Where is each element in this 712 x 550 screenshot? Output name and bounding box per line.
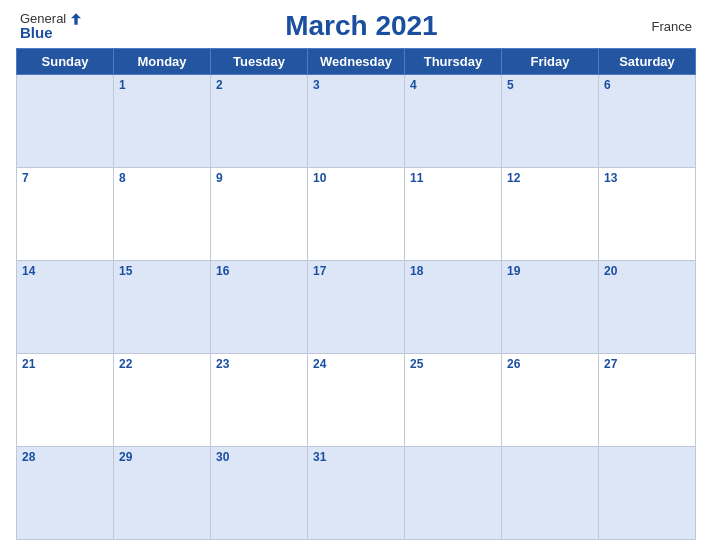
calendar-day: 25 [405, 354, 502, 447]
calendar-day: 30 [211, 447, 308, 540]
weekday-header-saturday: Saturday [599, 49, 696, 75]
calendar-day: 6 [599, 75, 696, 168]
calendar-table: SundayMondayTuesdayWednesdayThursdayFrid… [16, 48, 696, 540]
calendar-day: 31 [308, 447, 405, 540]
calendar-day-empty [17, 75, 114, 168]
calendar-day: 27 [599, 354, 696, 447]
calendar-day: 14 [17, 261, 114, 354]
calendar-week-row: 78910111213 [17, 168, 696, 261]
calendar-week-row: 21222324252627 [17, 354, 696, 447]
calendar-header: General Blue March 2021 France [16, 10, 696, 42]
calendar-day: 28 [17, 447, 114, 540]
calendar-day-empty [599, 447, 696, 540]
calendar-day: 23 [211, 354, 308, 447]
calendar-week-row: 28293031 [17, 447, 696, 540]
calendar-day: 5 [502, 75, 599, 168]
weekday-header-wednesday: Wednesday [308, 49, 405, 75]
calendar-day: 10 [308, 168, 405, 261]
calendar-day: 17 [308, 261, 405, 354]
calendar-day: 24 [308, 354, 405, 447]
calendar-day: 4 [405, 75, 502, 168]
calendar-day: 21 [17, 354, 114, 447]
calendar-day: 20 [599, 261, 696, 354]
calendar-week-row: 123456 [17, 75, 696, 168]
calendar-day: 8 [114, 168, 211, 261]
logo: General Blue [20, 12, 81, 41]
calendar-day: 16 [211, 261, 308, 354]
calendar-day-empty [502, 447, 599, 540]
calendar-day: 29 [114, 447, 211, 540]
calendar-header-row: SundayMondayTuesdayWednesdayThursdayFrid… [17, 49, 696, 75]
weekday-header-monday: Monday [114, 49, 211, 75]
calendar-day: 19 [502, 261, 599, 354]
calendar-day: 18 [405, 261, 502, 354]
calendar-day: 22 [114, 354, 211, 447]
calendar-day: 9 [211, 168, 308, 261]
calendar-day: 13 [599, 168, 696, 261]
weekday-header-friday: Friday [502, 49, 599, 75]
calendar-body: 1234567891011121314151617181920212223242… [17, 75, 696, 540]
calendar-day: 1 [114, 75, 211, 168]
calendar-day: 2 [211, 75, 308, 168]
calendar-title: March 2021 [81, 10, 642, 42]
svg-marker-0 [71, 13, 81, 25]
calendar-day: 15 [114, 261, 211, 354]
weekday-header-thursday: Thursday [405, 49, 502, 75]
calendar-day-empty [405, 447, 502, 540]
logo-bird-icon [71, 13, 81, 25]
calendar-week-row: 14151617181920 [17, 261, 696, 354]
weekday-header-sunday: Sunday [17, 49, 114, 75]
logo-general-text: General [20, 12, 81, 26]
calendar-day: 7 [17, 168, 114, 261]
logo-blue-text: Blue [20, 25, 53, 40]
weekday-header-tuesday: Tuesday [211, 49, 308, 75]
calendar-day: 3 [308, 75, 405, 168]
calendar-day: 11 [405, 168, 502, 261]
calendar-day: 26 [502, 354, 599, 447]
calendar-day: 12 [502, 168, 599, 261]
country-label: France [642, 19, 692, 34]
